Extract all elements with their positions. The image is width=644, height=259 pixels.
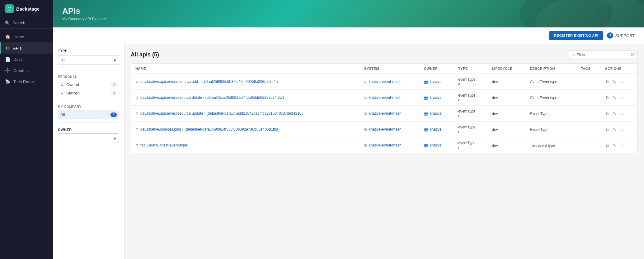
col-type: TYPE	[454, 64, 487, 74]
description-value: Event Type...	[530, 127, 552, 132]
actions-group: ⧉ ✎ ☆	[605, 79, 633, 85]
star-button[interactable]: ☆	[619, 142, 625, 148]
apis-icon: ⚙	[6, 46, 10, 50]
sidebar-item-home-label: Home	[13, 35, 24, 39]
system-link[interactable]: ▤knative-event-mesh	[364, 111, 415, 116]
description-value: Test event type	[530, 143, 555, 148]
support-icon: ?	[607, 32, 613, 39]
type-filter-group: Type all openapi asyncapi graphql grpc	[58, 49, 119, 65]
owner-link[interactable]: 👥knative	[424, 79, 449, 84]
owner-link[interactable]: 👥knative	[424, 127, 449, 132]
cell-type: eventTypee	[454, 137, 487, 153]
cell-owner: 👥knative	[420, 74, 454, 90]
cell-system: ▤knative-event-mesh	[360, 74, 420, 90]
sidebar-nav: 🏠 Home ⚙ APIs 📄 Docs ➕ Create... 📡 Tech …	[0, 29, 53, 90]
open-button[interactable]: ⧉	[605, 142, 609, 149]
cell-tags	[576, 90, 601, 106]
filter-owned[interactable]: ⚙ Owned 0	[58, 80, 119, 89]
owner-link[interactable]: 👥knative	[424, 143, 449, 147]
owner-icon: 👥	[424, 127, 428, 132]
sidebar-item-create-label: Create...	[13, 68, 29, 73]
system-icon: ▤	[364, 127, 367, 132]
api-gear-icon: ⚙	[135, 96, 139, 100]
header-banner: APIs My Company API Explorer	[53, 0, 644, 27]
system-link[interactable]: ▤knative-event-mesh	[364, 127, 415, 132]
search-button[interactable]: 🔍 Search	[0, 17, 53, 29]
edit-button[interactable]: ✎	[612, 94, 617, 101]
api-name-link[interactable]: dev.knative.apiserver.resource.add - (de…	[140, 79, 278, 84]
col-owner: OWNER	[420, 64, 454, 74]
register-api-button[interactable]: REGISTER EXISTING API	[549, 31, 603, 40]
cell-actions: ⧉ ✎ ☆	[601, 137, 638, 153]
owner-link[interactable]: 👥knative	[424, 95, 449, 100]
sidebar: ⬡ Backstage 🔍 Search 🏠 Home ⚙ APIs 📄 Doc…	[0, 0, 53, 259]
filter-clear-button[interactable]: ✕	[631, 52, 634, 57]
cell-actions: ⧉ ✎ ☆	[601, 106, 638, 122]
star-button[interactable]: ☆	[619, 126, 625, 132]
apis-table: NAME SYSTEM OWNER TYPE LIFECYCLE DESCRIP…	[131, 63, 638, 153]
cell-system: ▤knative-event-mesh	[360, 122, 420, 137]
lifecycle-value: dev	[492, 112, 498, 116]
table-row: ⚙ dev.knative.sources.ping - (default/et…	[131, 122, 638, 137]
system-link[interactable]: ▤knative-event-mesh	[364, 143, 415, 147]
cell-name: ⚙ dev.knative.sources.ping - (default/et…	[131, 122, 360, 137]
content-area: Type all openapi asyncapi graphql grpc P…	[53, 44, 644, 259]
personal-label: PERSONAL	[58, 75, 119, 79]
open-button[interactable]: ⧉	[605, 126, 609, 133]
table-filter-input[interactable]	[576, 52, 629, 57]
name-cell: ⚙ dev.knative.apiserver.resource.delete …	[135, 95, 355, 100]
sidebar-item-docs[interactable]: 📄 Docs	[0, 54, 53, 65]
cell-type: eventTypee	[454, 106, 487, 122]
system-link[interactable]: ▤knative-event-mesh	[364, 95, 415, 100]
sidebar-item-home[interactable]: 🏠 Home	[0, 31, 53, 42]
filter-all[interactable]: All 5	[58, 110, 119, 119]
support-label: SUPPORT	[615, 33, 635, 38]
open-button[interactable]: ⧉	[605, 110, 609, 117]
filter-starred[interactable]: ★ Starred 0	[58, 89, 119, 97]
app-name: Backstage	[16, 6, 40, 12]
type-value: eventTypee	[458, 77, 475, 86]
api-name-link[interactable]: dev.knative.apiserver.resource.delete - …	[140, 95, 284, 100]
api-name-link[interactable]: foo - (default/test-event-type)	[140, 143, 188, 148]
owner-select[interactable]	[58, 133, 119, 143]
starred-label: Starred	[66, 91, 80, 95]
type-filter-label: Type	[58, 49, 119, 53]
all-label: All	[60, 112, 65, 117]
lifecycle-value: dev	[492, 127, 498, 132]
edit-button[interactable]: ✎	[612, 126, 617, 132]
search-label: Search	[12, 21, 25, 25]
col-lifecycle: LIFECYCLE	[488, 64, 526, 74]
star-button[interactable]: ☆	[619, 79, 625, 85]
edit-button[interactable]: ✎	[612, 79, 617, 85]
edit-button[interactable]: ✎	[612, 110, 617, 117]
api-name-link[interactable]: dev.knative.apiserver.resource.update - …	[140, 111, 303, 116]
cell-owner: 👥knative	[420, 137, 454, 153]
cell-type: eventTypee	[454, 90, 487, 106]
sidebar-item-create[interactable]: ➕ Create...	[0, 65, 53, 76]
open-button[interactable]: ⧉	[605, 94, 609, 101]
owner-link[interactable]: 👥knative	[424, 111, 449, 116]
actions-group: ⧉ ✎ ☆	[605, 94, 633, 101]
sidebar-item-tech-radar[interactable]: 📡 Tech Radar	[0, 76, 53, 87]
system-icon: ▤	[364, 96, 367, 100]
owner-icon: 👥	[424, 96, 428, 100]
edit-button[interactable]: ✎	[612, 142, 617, 148]
system-icon: ▤	[364, 80, 367, 84]
table-header-row: All apis (5) ≡ ✕	[131, 50, 638, 59]
system-link[interactable]: ▤knative-event-mesh	[364, 79, 415, 84]
api-name-link[interactable]: dev.knative.sources.ping - (default/et-d…	[140, 127, 280, 132]
table-body: ⚙ dev.knative.apiserver.resource.add - (…	[131, 74, 638, 153]
lifecycle-value: dev	[492, 80, 498, 84]
owner-select-wrapper	[58, 133, 119, 143]
lifecycle-value: dev	[492, 143, 498, 148]
open-button[interactable]: ⧉	[605, 79, 609, 85]
support-button[interactable]: ? SUPPORT	[607, 32, 635, 39]
logo-icon: ⬡	[5, 4, 14, 13]
type-select[interactable]: all openapi asyncapi graphql grpc	[58, 55, 119, 65]
star-button[interactable]: ☆	[619, 110, 625, 117]
owner-icon: 👥	[424, 143, 428, 147]
type-value: eventTypee	[458, 109, 475, 118]
sidebar-item-apis[interactable]: ⚙ APIs	[0, 42, 53, 54]
star-button[interactable]: ☆	[619, 94, 625, 101]
cell-tags	[576, 74, 601, 90]
